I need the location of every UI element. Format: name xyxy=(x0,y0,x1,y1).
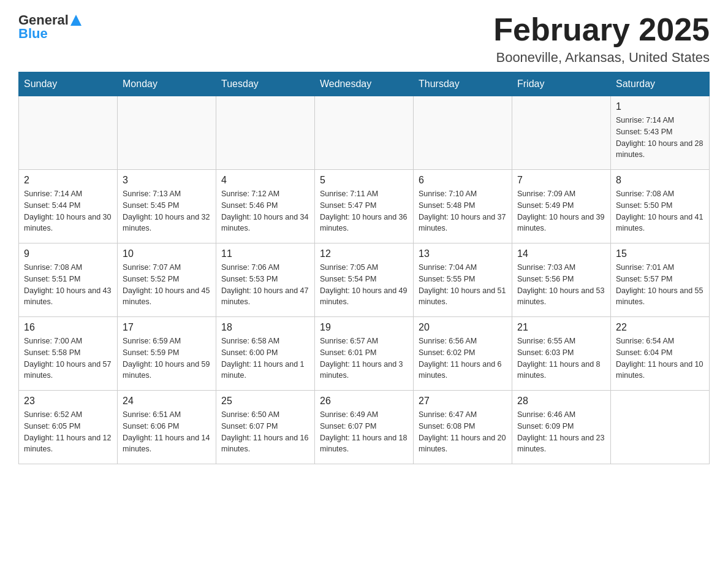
calendar-day-cell: 18 Sunrise: 6:58 AMSunset: 6:00 PMDaylig… xyxy=(216,317,315,391)
day-info: Sunrise: 7:14 AMSunset: 5:44 PMDaylight:… xyxy=(24,188,112,234)
calendar-day-cell xyxy=(315,96,414,170)
day-number: 15 xyxy=(616,248,704,259)
calendar-day-cell xyxy=(611,391,710,464)
calendar-day-cell: 28 Sunrise: 6:46 AMSunset: 6:09 PMDaylig… xyxy=(512,391,611,464)
calendar-week-row: 2 Sunrise: 7:14 AMSunset: 5:44 PMDayligh… xyxy=(19,170,710,243)
calendar-day-cell: 7 Sunrise: 7:09 AMSunset: 5:49 PMDayligh… xyxy=(512,170,611,243)
day-number: 6 xyxy=(419,175,507,186)
calendar-day-cell: 15 Sunrise: 7:01 AMSunset: 5:57 PMDaylig… xyxy=(611,243,710,317)
day-info: Sunrise: 7:06 AMSunset: 5:53 PMDaylight:… xyxy=(221,262,309,308)
day-info: Sunrise: 7:11 AMSunset: 5:47 PMDaylight:… xyxy=(320,188,408,234)
day-info: Sunrise: 7:03 AMSunset: 5:56 PMDaylight:… xyxy=(517,262,605,308)
calendar-week-row: 1 Sunrise: 7:14 AMSunset: 5:43 PMDayligh… xyxy=(19,96,710,170)
calendar-day-cell: 10 Sunrise: 7:07 AMSunset: 5:52 PMDaylig… xyxy=(118,243,216,317)
calendar-header-row: Sunday Monday Tuesday Wednesday Thursday… xyxy=(19,72,710,96)
col-friday: Friday xyxy=(512,72,611,96)
day-number: 26 xyxy=(320,396,408,407)
day-info: Sunrise: 7:08 AMSunset: 5:51 PMDaylight:… xyxy=(24,262,112,308)
day-number: 23 xyxy=(24,396,112,407)
day-info: Sunrise: 6:55 AMSunset: 6:03 PMDaylight:… xyxy=(517,335,605,381)
day-number: 25 xyxy=(221,396,309,407)
day-number: 13 xyxy=(419,248,507,259)
calendar-day-cell: 13 Sunrise: 7:04 AMSunset: 5:55 PMDaylig… xyxy=(414,243,512,317)
day-number: 16 xyxy=(24,322,112,333)
day-number: 17 xyxy=(123,322,211,333)
day-info: Sunrise: 7:10 AMSunset: 5:48 PMDaylight:… xyxy=(419,188,507,234)
calendar-day-cell: 3 Sunrise: 7:13 AMSunset: 5:45 PMDayligh… xyxy=(118,170,216,243)
day-info: Sunrise: 6:47 AMSunset: 6:08 PMDaylight:… xyxy=(419,409,507,455)
calendar-day-cell: 27 Sunrise: 6:47 AMSunset: 6:08 PMDaylig… xyxy=(414,391,512,464)
calendar-day-cell: 12 Sunrise: 7:05 AMSunset: 5:54 PMDaylig… xyxy=(315,243,414,317)
day-number: 24 xyxy=(123,396,211,407)
svg-marker-0 xyxy=(70,15,82,26)
day-number: 28 xyxy=(517,396,605,407)
day-info: Sunrise: 7:04 AMSunset: 5:55 PMDaylight:… xyxy=(419,262,507,308)
calendar-day-cell xyxy=(118,96,216,170)
day-info: Sunrise: 7:13 AMSunset: 5:45 PMDaylight:… xyxy=(123,188,211,234)
day-info: Sunrise: 7:01 AMSunset: 5:57 PMDaylight:… xyxy=(616,262,704,308)
day-info: Sunrise: 7:07 AMSunset: 5:52 PMDaylight:… xyxy=(123,262,211,308)
col-sunday: Sunday xyxy=(19,72,118,96)
calendar-day-cell: 22 Sunrise: 6:54 AMSunset: 6:04 PMDaylig… xyxy=(611,317,710,391)
col-tuesday: Tuesday xyxy=(216,72,315,96)
month-title: February 2025 xyxy=(493,12,710,47)
calendar-week-row: 9 Sunrise: 7:08 AMSunset: 5:51 PMDayligh… xyxy=(19,243,710,317)
day-number: 1 xyxy=(616,101,704,112)
calendar-day-cell xyxy=(414,96,512,170)
calendar-day-cell: 26 Sunrise: 6:49 AMSunset: 6:07 PMDaylig… xyxy=(315,391,414,464)
day-number: 20 xyxy=(419,322,507,333)
col-wednesday: Wednesday xyxy=(315,72,414,96)
calendar-day-cell: 23 Sunrise: 6:52 AMSunset: 6:05 PMDaylig… xyxy=(19,391,118,464)
day-info: Sunrise: 6:51 AMSunset: 6:06 PMDaylight:… xyxy=(123,409,211,455)
calendar-day-cell: 1 Sunrise: 7:14 AMSunset: 5:43 PMDayligh… xyxy=(611,96,710,170)
col-monday: Monday xyxy=(118,72,216,96)
day-number: 18 xyxy=(221,322,309,333)
day-number: 4 xyxy=(221,175,309,186)
calendar-table: Sunday Monday Tuesday Wednesday Thursday… xyxy=(18,72,710,464)
calendar-day-cell: 17 Sunrise: 6:59 AMSunset: 5:59 PMDaylig… xyxy=(118,317,216,391)
day-info: Sunrise: 7:12 AMSunset: 5:46 PMDaylight:… xyxy=(221,188,309,234)
calendar-day-cell: 16 Sunrise: 7:00 AMSunset: 5:58 PMDaylig… xyxy=(19,317,118,391)
col-saturday: Saturday xyxy=(611,72,710,96)
page-header: General Blue February 2025 Booneville, A… xyxy=(18,12,710,66)
calendar-day-cell: 11 Sunrise: 7:06 AMSunset: 5:53 PMDaylig… xyxy=(216,243,315,317)
day-number: 7 xyxy=(517,175,605,186)
day-info: Sunrise: 6:58 AMSunset: 6:00 PMDaylight:… xyxy=(221,335,309,381)
day-number: 14 xyxy=(517,248,605,259)
day-number: 8 xyxy=(616,175,704,186)
day-info: Sunrise: 7:09 AMSunset: 5:49 PMDaylight:… xyxy=(517,188,605,234)
day-number: 9 xyxy=(24,248,112,259)
calendar-day-cell: 20 Sunrise: 6:56 AMSunset: 6:02 PMDaylig… xyxy=(414,317,512,391)
day-number: 27 xyxy=(419,396,507,407)
calendar-day-cell: 9 Sunrise: 7:08 AMSunset: 5:51 PMDayligh… xyxy=(19,243,118,317)
day-info: Sunrise: 6:52 AMSunset: 6:05 PMDaylight:… xyxy=(24,409,112,455)
day-number: 3 xyxy=(123,175,211,186)
day-number: 10 xyxy=(123,248,211,259)
day-number: 19 xyxy=(320,322,408,333)
day-info: Sunrise: 7:00 AMSunset: 5:58 PMDaylight:… xyxy=(24,335,112,381)
day-info: Sunrise: 6:49 AMSunset: 6:07 PMDaylight:… xyxy=(320,409,408,455)
day-info: Sunrise: 6:56 AMSunset: 6:02 PMDaylight:… xyxy=(419,335,507,381)
calendar-day-cell xyxy=(19,96,118,170)
day-info: Sunrise: 6:46 AMSunset: 6:09 PMDaylight:… xyxy=(517,409,605,455)
calendar-day-cell: 14 Sunrise: 7:03 AMSunset: 5:56 PMDaylig… xyxy=(512,243,611,317)
calendar-day-cell: 24 Sunrise: 6:51 AMSunset: 6:06 PMDaylig… xyxy=(118,391,216,464)
day-info: Sunrise: 7:05 AMSunset: 5:54 PMDaylight:… xyxy=(320,262,408,308)
day-number: 21 xyxy=(517,322,605,333)
day-number: 2 xyxy=(24,175,112,186)
calendar-day-cell: 21 Sunrise: 6:55 AMSunset: 6:03 PMDaylig… xyxy=(512,317,611,391)
logo: General Blue xyxy=(18,12,82,42)
title-section: February 2025 Booneville, Arkansas, Unit… xyxy=(493,12,710,66)
logo-blue-text: Blue xyxy=(18,26,48,42)
day-info: Sunrise: 6:50 AMSunset: 6:07 PMDaylight:… xyxy=(221,409,309,455)
calendar-day-cell: 25 Sunrise: 6:50 AMSunset: 6:07 PMDaylig… xyxy=(216,391,315,464)
day-info: Sunrise: 6:57 AMSunset: 6:01 PMDaylight:… xyxy=(320,335,408,381)
logo-triangle-icon xyxy=(70,15,82,26)
location-title: Booneville, Arkansas, United States xyxy=(493,50,710,66)
calendar-week-row: 23 Sunrise: 6:52 AMSunset: 6:05 PMDaylig… xyxy=(19,391,710,464)
day-info: Sunrise: 7:14 AMSunset: 5:43 PMDaylight:… xyxy=(616,115,704,161)
calendar-day-cell: 8 Sunrise: 7:08 AMSunset: 5:50 PMDayligh… xyxy=(611,170,710,243)
calendar-day-cell: 2 Sunrise: 7:14 AMSunset: 5:44 PMDayligh… xyxy=(19,170,118,243)
day-number: 5 xyxy=(320,175,408,186)
day-number: 11 xyxy=(221,248,309,259)
